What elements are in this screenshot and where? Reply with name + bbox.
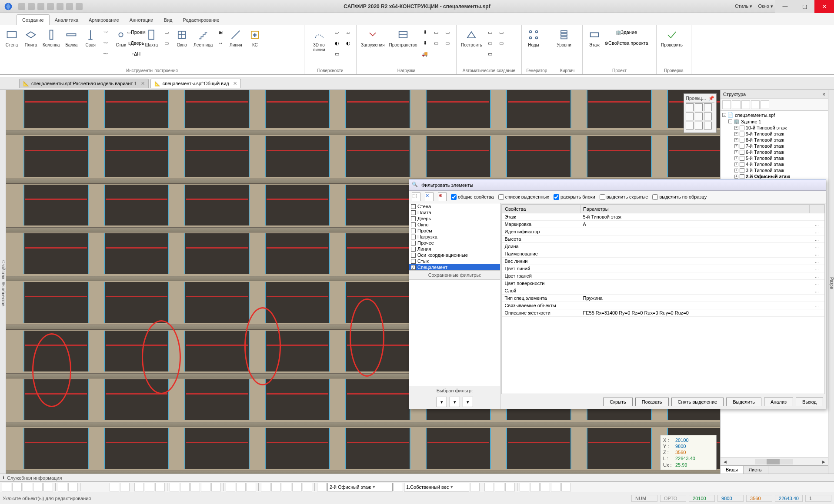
load-combo[interactable]: 1.Собственный вес▾ <box>404 483 469 491</box>
type-item[interactable]: Проём <box>409 228 500 234</box>
pin-icon[interactable]: 📌 <box>708 96 714 101</box>
close-icon[interactable]: ✕ <box>233 81 237 86</box>
bt35[interactable] <box>551 483 560 491</box>
load5-icon[interactable]: ▭ <box>442 27 453 37</box>
bt21[interactable] <box>261 483 270 491</box>
ks-button[interactable]: +КС <box>246 27 264 67</box>
bt7[interactable] <box>68 483 78 491</box>
chk-blocks[interactable]: раскрыть блоки <box>554 194 595 200</box>
minimize-button[interactable]: — <box>775 0 795 13</box>
tab-view[interactable]: Вид <box>159 15 178 25</box>
win1-icon[interactable]: ▭ <box>161 27 172 37</box>
tab-edit[interactable]: Редактирование <box>178 15 225 25</box>
chk-common[interactable]: общие свойства <box>451 194 494 200</box>
pile-button[interactable]: Свая <box>81 27 100 67</box>
surf3-icon[interactable]: ▭ <box>332 49 342 59</box>
bt11[interactable] <box>145 483 154 491</box>
type-item[interactable]: Стык <box>409 258 500 264</box>
bt24[interactable] <box>292 483 302 491</box>
bt29[interactable] <box>484 483 494 491</box>
filter-del-icon[interactable]: ▾ <box>463 397 473 407</box>
tab-analytics[interactable]: Аналитика <box>50 15 83 25</box>
surf2-icon[interactable]: ◐ <box>332 38 342 48</box>
qat-open-icon[interactable] <box>28 3 35 10</box>
tab-reinforce[interactable]: Армирование <box>83 15 124 25</box>
auto3-icon[interactable]: ▭ <box>485 49 495 59</box>
exit-button[interactable]: Выход <box>796 398 823 406</box>
bt5[interactable] <box>43 483 53 491</box>
bt12[interactable] <box>155 483 165 491</box>
filter-tool1[interactable]: ⬚ <box>412 192 420 201</box>
check-button[interactable]: Проверить <box>659 27 684 67</box>
show-button[interactable]: Показать <box>635 398 669 406</box>
beam-button[interactable]: Балка <box>62 27 80 67</box>
chk-list[interactable]: список выделенных <box>498 194 549 200</box>
bt1[interactable] <box>2 483 11 491</box>
section-sidebar[interactable]: Разре <box>828 90 834 474</box>
bt2[interactable] <box>12 483 22 491</box>
close-icon[interactable]: ✕ <box>141 81 145 86</box>
type-item[interactable]: Прочее <box>409 240 500 246</box>
bt25[interactable] <box>303 483 312 491</box>
sheets-tab[interactable]: Листы <box>744 466 768 474</box>
view-p2-icon[interactable] <box>695 122 703 129</box>
wall-button[interactable]: Стена <box>3 27 21 67</box>
filter-tool2[interactable]: ✕ <box>425 192 434 201</box>
space-button[interactable]: Пространство <box>387 27 419 67</box>
load1-icon[interactable]: ⬇ <box>420 27 430 37</box>
auto2-icon[interactable]: ▭ <box>485 38 495 48</box>
grid-icon[interactable]: ⊞ <box>215 27 226 37</box>
tree-btn2[interactable] <box>732 100 741 109</box>
view-p1-icon[interactable] <box>686 122 694 129</box>
line-button[interactable]: Линия <box>227 27 245 67</box>
tree-btn3[interactable] <box>741 100 750 109</box>
doctab-0[interactable]: 📐 спецэлементы.spf:Расчетная модель вари… <box>19 79 149 88</box>
view-iso3-icon[interactable] <box>704 113 712 120</box>
tree-btn4[interactable] <box>751 100 760 109</box>
bt27[interactable] <box>394 483 403 491</box>
bt30[interactable] <box>495 483 504 491</box>
close-button[interactable]: ✕ <box>814 0 834 13</box>
bt26[interactable] <box>317 483 327 491</box>
truck-icon[interactable]: 🚚 <box>420 49 430 59</box>
load4-icon[interactable]: ▭ <box>431 38 441 48</box>
bt10[interactable] <box>134 483 144 491</box>
3dline-button[interactable]: 3D по линии <box>307 27 331 67</box>
properties-sidebar[interactable]: Свойства: 66 объектов <box>0 90 6 474</box>
type-item[interactable]: Окно <box>409 222 500 228</box>
view-iso1-icon[interactable] <box>686 113 694 120</box>
views-tab[interactable]: Виды <box>721 466 744 474</box>
dh-small[interactable]: ↕ ΔH <box>131 49 141 59</box>
bt19[interactable] <box>236 483 246 491</box>
bt32[interactable] <box>520 483 529 491</box>
projection-panel[interactable]: Проекц...📌 <box>684 93 717 133</box>
truss3-icon[interactable]: 〰 <box>100 49 111 59</box>
surf1-icon[interactable]: ▱ <box>332 27 342 37</box>
bt18[interactable] <box>226 483 235 491</box>
bt17[interactable] <box>211 483 221 491</box>
qat-props-icon[interactable] <box>76 3 83 10</box>
type-item[interactable]: Нагрузка <box>409 234 500 240</box>
bt36[interactable] <box>561 483 571 491</box>
type-item[interactable]: Дверь <box>409 216 500 222</box>
types-list[interactable]: СтенаПлитаДверьОкноПроёмНагрузкаПрочееЛи… <box>409 203 500 271</box>
truss1-icon[interactable]: 〰 <box>100 27 111 37</box>
bt23[interactable] <box>282 483 291 491</box>
tab-create[interactable]: Создание <box>17 14 50 25</box>
select-button[interactable]: Выделить <box>726 398 761 406</box>
view-iso2-icon[interactable] <box>695 113 703 120</box>
bt13[interactable] <box>170 483 179 491</box>
door-small[interactable]: ▯ Дверь <box>131 38 141 48</box>
bt34[interactable] <box>540 483 550 491</box>
floor-combo[interactable]: 2-й Офисный этаж▾ <box>327 483 393 491</box>
window-button[interactable]: Окно <box>173 27 191 67</box>
deselect-button[interactable]: Снять выделение <box>671 398 724 406</box>
saved-filters-box[interactable] <box>409 279 500 386</box>
bt33[interactable] <box>530 483 540 491</box>
view-top-icon[interactable] <box>686 103 694 111</box>
win2-icon[interactable]: ▭ <box>161 38 172 48</box>
slab-button[interactable]: Плита <box>22 27 40 67</box>
surf4-icon[interactable]: ▱ <box>343 27 354 37</box>
filter-save-icon[interactable]: ▾ <box>437 397 447 407</box>
qat-print-icon[interactable] <box>66 3 73 10</box>
